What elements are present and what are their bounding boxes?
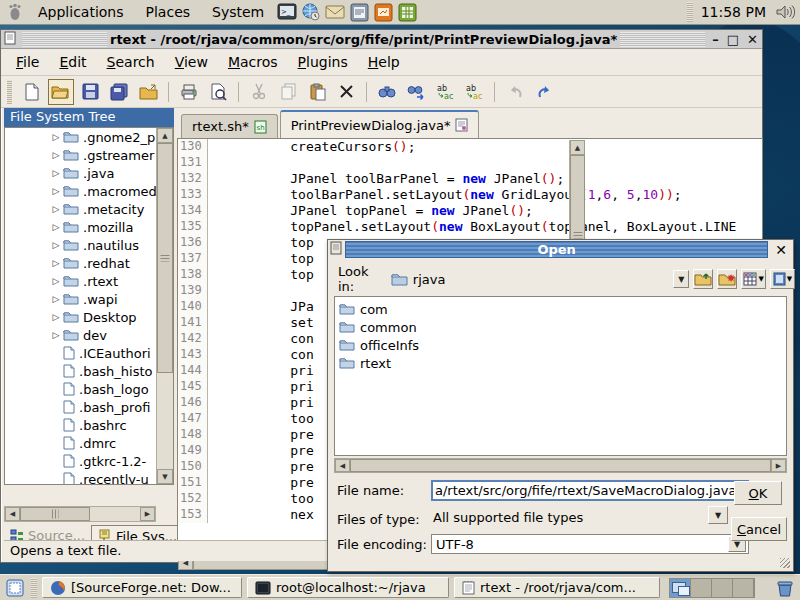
trash-icon[interactable] (774, 577, 796, 599)
file-system-tree[interactable]: ▷.gnome2_p▷.gstreamer▷.java▷.macromed▷.m… (4, 127, 174, 485)
menu-view[interactable]: View (166, 51, 217, 73)
tree-folder-item[interactable]: ▷.gnome2_p (5, 128, 173, 146)
menu-places[interactable]: Places (136, 2, 201, 22)
look-in-combobox[interactable]: rjava (391, 272, 446, 287)
impress-launcher-icon[interactable] (372, 1, 394, 23)
workspace-2[interactable] (691, 579, 712, 597)
menu-search[interactable]: Search (98, 51, 164, 73)
close-document-button[interactable] (135, 79, 161, 105)
scroll-up-icon[interactable]: ▲ (157, 128, 173, 143)
volume-icon[interactable] (774, 1, 796, 23)
open-file-button[interactable] (48, 79, 74, 105)
workspace-4[interactable] (733, 579, 754, 597)
view-list-button[interactable]: ▼ (770, 269, 795, 289)
tree-file-item[interactable]: .bash_histo (5, 362, 173, 380)
find-button[interactable] (374, 79, 400, 105)
task-button[interactable]: [SourceForge.net: Dow... (42, 577, 242, 598)
show-desktop-icon[interactable] (4, 577, 26, 599)
menu-applications[interactable]: Applications (28, 2, 134, 22)
dialog-horizontal-scrollbar[interactable]: ◀ ▶ (334, 458, 787, 473)
redo-button[interactable] (531, 79, 557, 105)
paste-button[interactable] (304, 79, 330, 105)
dialog-folder-item[interactable]: com (339, 300, 782, 318)
scroll-left-icon[interactable]: ◀ (5, 507, 20, 521)
tree-folder-item[interactable]: ▷.mozilla (5, 218, 173, 236)
terminal-launcher-icon[interactable]: >_ (276, 1, 298, 23)
workspace-switcher[interactable] (669, 578, 755, 598)
dialog-close-icon[interactable]: ✕ (771, 242, 791, 258)
expand-triangle-icon[interactable]: ▷ (49, 222, 63, 232)
expand-triangle-icon[interactable]: ▷ (49, 132, 63, 142)
dialog-folder-item[interactable]: rtext (339, 354, 782, 372)
code-line[interactable]: 130 createCursors(); (178, 139, 762, 155)
expand-triangle-icon[interactable]: ▷ (49, 168, 63, 178)
menu-plugins[interactable]: Plugins (289, 51, 357, 73)
tree-folder-item[interactable]: ▷.gstreamer (5, 146, 173, 164)
expand-triangle-icon[interactable]: ▷ (49, 240, 63, 250)
menu-help[interactable]: Help (359, 51, 409, 73)
dialog-folder-item[interactable]: common (339, 318, 782, 336)
code-line[interactable]: 131 (178, 155, 762, 171)
up-one-level-button[interactable] (693, 269, 713, 289)
expand-triangle-icon[interactable]: ▷ (49, 276, 63, 286)
dialog-file-list[interactable]: comcommonofficeInfsrtext (334, 296, 787, 456)
print-preview-button[interactable] (205, 79, 231, 105)
code-line[interactable]: 132 JPanel toolBarPanel = new JPanel(); (178, 171, 762, 187)
tree-file-item[interactable]: .bash_profi (5, 398, 173, 416)
tree-hscrollbar-thumb[interactable] (20, 507, 90, 521)
tree-folder-item[interactable]: ▷dev (5, 326, 173, 344)
file-encoding-combobox[interactable]: UTF-8 ▼ (431, 534, 749, 554)
expand-triangle-icon[interactable]: ▷ (49, 294, 63, 304)
scroll-right-icon[interactable]: ▶ (771, 459, 786, 472)
code-line[interactable]: 134 JPanel topPanel = new JPanel(); (178, 203, 762, 219)
tree-file-item[interactable]: .bashrc (5, 416, 173, 434)
expand-triangle-icon[interactable]: ▷ (49, 186, 63, 196)
editor-tab[interactable]: PrintPreviewDialog.java* (280, 110, 480, 138)
expand-triangle-icon[interactable]: ▷ (49, 330, 63, 340)
copy-button[interactable] (275, 79, 301, 105)
find-next-button[interactable] (403, 79, 429, 105)
editor-tab[interactable]: rtext.sh*sh (181, 114, 278, 138)
tree-scrollbar-thumb[interactable] (157, 143, 173, 373)
menu-macros[interactable]: Macros (219, 51, 287, 73)
save-button[interactable] (77, 79, 103, 105)
tree-file-item[interactable]: .recently-u (5, 470, 173, 485)
dialog-scrollbar-thumb[interactable] (350, 459, 771, 472)
tree-horizontal-scrollbar[interactable]: ◀ ▶ (4, 506, 156, 522)
tree-folder-item[interactable]: ▷.java (5, 164, 173, 182)
tree-folder-item[interactable]: ▷.rtext (5, 272, 173, 290)
tree-folder-item[interactable]: ▷.nautilus (5, 236, 173, 254)
menu-edit[interactable]: Edit (50, 51, 95, 73)
resize-grip[interactable] (780, 558, 790, 568)
close-button[interactable]: ✕ (743, 31, 762, 48)
gnome-foot-icon[interactable] (4, 1, 26, 23)
print-button[interactable] (176, 79, 202, 105)
tree-file-item[interactable]: .gtkrc-1.2- (5, 452, 173, 470)
scroll-down-icon[interactable]: ▼ (157, 469, 173, 484)
expand-triangle-icon[interactable]: ▷ (49, 312, 63, 322)
tree-folder-item[interactable]: ▷.redhat (5, 254, 173, 272)
tree-folder-item[interactable]: ▷.wapi (5, 290, 173, 308)
menu-file[interactable]: File (7, 51, 48, 73)
scroll-left-icon[interactable]: ◀ (335, 459, 350, 472)
dialog-folder-item[interactable]: officeInfs (339, 336, 782, 354)
replace-all-button[interactable]: abac (461, 79, 487, 105)
code-line[interactable]: 135 topPanel.setLayout(new BoxLayout(top… (178, 219, 762, 235)
tree-file-item[interactable]: .bash_logo (5, 380, 173, 398)
taskbar-grip[interactable] (31, 578, 37, 598)
new-folder-button[interactable] (717, 269, 737, 289)
tree-folder-item[interactable]: ▷.metacity (5, 200, 173, 218)
dialog-titlebar[interactable]: Open ✕ (328, 240, 793, 259)
tree-vertical-scrollbar[interactable]: ▲ ▼ (156, 128, 173, 484)
new-file-button[interactable] (19, 79, 45, 105)
minimize-button[interactable]: – (708, 31, 723, 48)
workspace-1[interactable] (670, 579, 691, 597)
expand-triangle-icon[interactable]: ▷ (49, 204, 63, 214)
toolbar-grip[interactable] (7, 80, 12, 104)
undo-button[interactable] (502, 79, 528, 105)
scroll-right-icon[interactable]: ▶ (140, 507, 155, 521)
workspace-3[interactable] (712, 579, 733, 597)
clock[interactable]: 11:58 PM (695, 4, 772, 20)
cut-button[interactable] (246, 79, 272, 105)
save-all-button[interactable] (106, 79, 132, 105)
